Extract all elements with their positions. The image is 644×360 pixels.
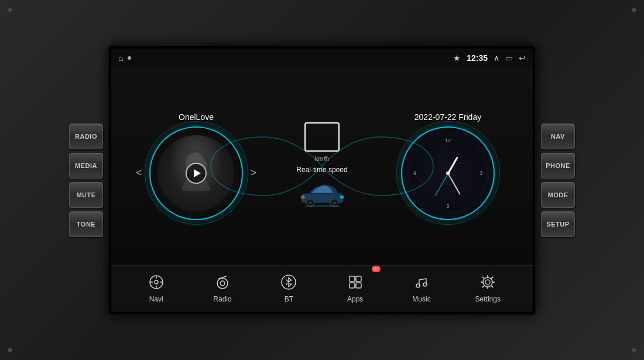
svg-point-26 <box>483 277 492 287</box>
svg-rect-19 <box>350 276 355 282</box>
clock-center <box>446 172 450 175</box>
phone-button[interactable]: PHONE <box>541 153 575 179</box>
play-icon <box>194 169 201 177</box>
svg-point-16 <box>220 281 225 286</box>
svg-point-6 <box>340 196 344 198</box>
nav-item-apps[interactable]: 88 Apps <box>335 270 376 307</box>
screen-bezel: ⌂ ★ 12:35 ∧ ▭ ↩ OnelLove <box>108 45 536 316</box>
nav-item-bt[interactable]: BT <box>268 270 309 307</box>
hour-hand <box>447 156 458 173</box>
back-icon[interactable]: ↩ <box>519 53 526 63</box>
second-hand <box>434 173 448 196</box>
mute-button[interactable]: MUTE <box>69 182 103 208</box>
speed-description: Real-time speed <box>296 166 347 174</box>
screw-tl <box>7 7 13 13</box>
navi-label: Navi <box>149 295 163 303</box>
battery-icon: ▭ <box>505 53 513 63</box>
svg-point-7 <box>300 196 304 198</box>
apps-icon <box>347 274 364 293</box>
car-unit: RADIO MEDIA MUTE TONE ⌂ ★ 12:35 ∧ ▭ ↩ <box>0 0 644 360</box>
nav-item-settings[interactable]: Settings <box>467 270 508 307</box>
apps-label: Apps <box>347 295 363 303</box>
car-image <box>296 177 348 210</box>
speed-unit-label: km/h <box>315 155 329 162</box>
clock-face: 12 3 6 9 <box>410 135 486 211</box>
music-title: OnelLove <box>179 112 214 122</box>
settings-icon <box>479 274 496 293</box>
svg-rect-20 <box>356 276 361 282</box>
navi-icon <box>148 274 165 293</box>
screw-br <box>631 347 637 353</box>
prev-track-button[interactable]: < <box>136 167 142 179</box>
clock-num-6: 6 <box>446 203 449 209</box>
clock-num-3: 3 <box>479 170 482 176</box>
left-buttons: RADIO MEDIA MUTE TONE <box>69 124 103 237</box>
nav-button[interactable]: NAV <box>541 124 575 149</box>
speed-box <box>304 122 340 152</box>
date-widget: 2022-07-22 Friday 12 3 6 9 <box>401 112 495 220</box>
settings-label: Settings <box>475 295 501 303</box>
svg-point-25 <box>485 280 490 284</box>
main-screen: ⌂ ★ 12:35 ∧ ▭ ↩ OnelLove <box>111 49 533 312</box>
svg-point-10 <box>155 280 158 284</box>
status-bar: ⌂ ★ 12:35 ∧ ▭ ↩ <box>111 49 533 67</box>
bluetooth-icon: ★ <box>453 53 461 63</box>
clock-num-12: 12 <box>445 138 451 143</box>
music-nav-icon <box>413 274 430 293</box>
car-svg <box>297 180 347 207</box>
music-circle[interactable]: < > <box>149 126 243 220</box>
clock-time: 12:35 <box>467 53 488 63</box>
clock-num-9: 9 <box>413 170 416 176</box>
radio-nav-label: Radio <box>213 295 231 303</box>
analog-clock[interactable]: 12 3 6 9 <box>401 126 495 220</box>
tone-button[interactable]: TONE <box>69 211 103 237</box>
home-icon[interactable]: ⌂ <box>118 53 123 63</box>
svg-point-5 <box>333 201 335 204</box>
mode-button[interactable]: MODE <box>541 182 575 208</box>
screw-tr <box>631 7 637 13</box>
music-widget: OnelLove <box>149 112 243 220</box>
bt-label: BT <box>285 295 293 303</box>
svg-rect-21 <box>350 283 355 288</box>
right-buttons: NAV PHONE MODE SETUP <box>541 124 575 237</box>
music-nav-label: Music <box>412 295 430 303</box>
date-display: 2022-07-22 Friday <box>415 112 481 122</box>
radio-nav-icon <box>214 274 231 293</box>
speed-widget: km/h Real-time speed <box>296 122 348 210</box>
screw-bl <box>7 347 13 353</box>
notification-dot <box>128 56 131 60</box>
setup-button[interactable]: SETUP <box>541 211 575 237</box>
svg-rect-22 <box>356 283 361 288</box>
svg-point-15 <box>217 278 228 289</box>
minute-hand <box>447 173 461 194</box>
radio-button[interactable]: RADIO <box>69 124 103 149</box>
play-button[interactable] <box>186 163 207 184</box>
expand-icon[interactable]: ∧ <box>494 53 499 63</box>
media-button[interactable]: MEDIA <box>69 153 103 179</box>
svg-point-3 <box>309 201 311 204</box>
main-content: OnelLove <box>111 67 533 265</box>
status-bar-left: ⌂ <box>118 53 131 63</box>
nav-item-radio[interactable]: Radio <box>202 270 243 307</box>
bottom-nav: Navi Radio <box>111 265 533 312</box>
nav-item-music[interactable]: Music <box>401 270 442 307</box>
apps-badge-count: 88 <box>372 266 381 272</box>
status-bar-right: ★ 12:35 ∧ ▭ ↩ <box>453 53 526 63</box>
nav-item-navi[interactable]: Navi <box>136 270 177 307</box>
next-track-button[interactable]: > <box>250 167 256 179</box>
bt-icon <box>280 274 297 293</box>
